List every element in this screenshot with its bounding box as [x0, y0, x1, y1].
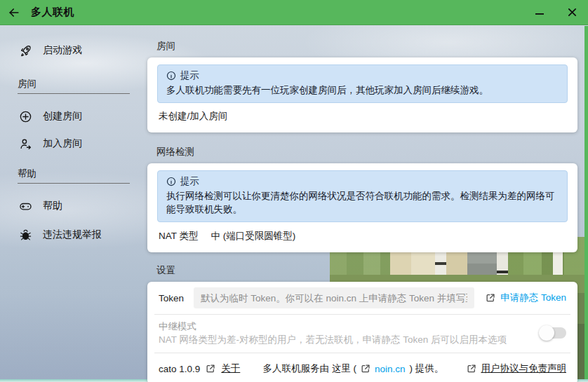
add-circle-icon — [19, 110, 32, 123]
footer-row: cato 1.0.9 关于 多人联机服务由 这里 ( noin.cn ) 提供。 — [147, 353, 577, 382]
apply-static-token-label: 申请静态 Token — [500, 292, 566, 304]
external-link-icon — [361, 364, 370, 374]
noin-link[interactable]: noin.cn — [375, 364, 406, 374]
sidebar-section-room: 房间 — [18, 78, 130, 94]
apply-static-token-link[interactable]: 申请静态 Token — [486, 292, 566, 304]
minimize-icon — [534, 7, 545, 18]
external-link-icon — [206, 364, 215, 374]
section-heading-settings: 设置 — [156, 264, 577, 277]
relay-toggle-knob — [539, 325, 554, 341]
close-button[interactable] — [556, 0, 588, 25]
tip-body: 执行网络检测可以让你更清楚你的网络状况是否符合联机功能的需求。检测结果为差的网络… — [166, 189, 559, 216]
tip-body: 多人联机功能需要先有一位玩家创建房间后，其他玩家加入房间后继续游戏。 — [166, 83, 559, 97]
nat-type-value: 中 (端口受限圆锥型) — [211, 230, 296, 243]
sidebar-item-report[interactable]: 违法违规举报 — [0, 224, 144, 245]
sidebar-section-help: 帮助 — [18, 168, 130, 184]
sidebar: 启动游戏 房间 创建房间 加入房间 帮助 帮助 — [0, 25, 144, 245]
token-row: Token 申请静态 Token — [147, 282, 577, 314]
relay-mode-title: 中继模式 — [159, 320, 531, 333]
network-card: 提示 执行网络检测可以让你更清楚你的网络状况是否符合联机功能的需求。检测结果为差… — [147, 163, 577, 252]
sidebar-item-label: 创建房间 — [43, 110, 82, 123]
sidebar-item-launch-game[interactable]: 启动游戏 — [0, 40, 144, 61]
network-tip-box: 提示 执行网络检测可以让你更清楚你的网络状况是否符合联机功能的需求。检测结果为差… — [157, 170, 568, 222]
gamepad-icon — [19, 200, 32, 213]
sidebar-item-create-room[interactable]: 创建房间 — [0, 106, 144, 127]
arrow-left-icon — [7, 6, 21, 20]
sidebar-section-divider — [18, 183, 130, 184]
close-icon — [567, 7, 577, 18]
tip-title: 提示 — [180, 175, 199, 188]
sidebar-item-help[interactable]: 帮助 — [0, 196, 144, 217]
window-title: 多人联机 — [31, 6, 74, 19]
token-label: Token — [159, 293, 184, 303]
info-icon — [166, 71, 176, 81]
agreement-link[interactable]: 用户协议与免责声明 — [481, 362, 567, 375]
sidebar-item-label: 帮助 — [43, 200, 62, 212]
vertical-scrollbar[interactable] — [584, 26, 588, 379]
external-link-icon — [467, 364, 476, 374]
about-link[interactable]: 关于 — [221, 362, 240, 375]
service-text-prefix: 多人联机服务由 这里 ( — [263, 362, 357, 375]
sidebar-section-label: 帮助 — [18, 168, 130, 183]
back-button[interactable] — [0, 0, 28, 25]
section-heading-room: 房间 — [156, 40, 577, 53]
service-text-suffix: ) 提供。 — [410, 362, 444, 375]
minimize-button[interactable] — [523, 0, 556, 25]
relay-mode-row: 中继模式 NAT 网络类型为差-对称型的用户，若无法联机，申请静态 Token … — [147, 315, 577, 353]
nat-type-label: NAT 类型 — [159, 230, 199, 243]
tip-title: 提示 — [180, 69, 199, 82]
sidebar-section-label: 房间 — [18, 78, 130, 93]
settings-card: Token 申请静态 Token 中继模式 NAT 网络类型为差-对称型的用户，… — [147, 282, 577, 382]
service-provider-text: 多人联机服务由 这里 ( noin.cn ) 提供。 — [240, 362, 466, 375]
version-text: cato 1.0.9 — [159, 364, 200, 374]
room-card: 提示 多人联机功能需要先有一位玩家创建房间后，其他玩家加入房间后继续游戏。 未创… — [147, 57, 577, 132]
main-content: 房间 提示 多人联机功能需要先有一位玩家创建房间后，其他玩家加入房间后继续游戏。… — [147, 25, 577, 382]
section-heading-network: 网络检测 — [156, 146, 577, 158]
sidebar-item-label: 启动游戏 — [43, 44, 82, 57]
external-link-icon — [486, 293, 495, 303]
sidebar-item-label: 加入房间 — [43, 137, 82, 150]
multiplayer-window: 多人联机 启动游戏 房间 创 — [0, 0, 588, 382]
relay-mode-description: NAT 网络类型为差-对称型的用户，若无法联机，申请静态 Token 后可以启用… — [159, 333, 531, 346]
sidebar-item-join-room[interactable]: 加入房间 — [0, 133, 144, 154]
room-tip-box: 提示 多人联机功能需要先有一位玩家创建房间后，其他玩家加入房间后继续游戏。 — [157, 64, 568, 103]
relay-toggle[interactable] — [541, 327, 566, 339]
info-icon — [166, 177, 176, 186]
sidebar-item-label: 违法违规举报 — [43, 228, 102, 241]
person-join-icon — [19, 137, 32, 151]
bug-icon — [19, 228, 32, 242]
nat-type-row: NAT 类型 中 (端口受限圆锥型) — [159, 230, 566, 243]
titlebar: 多人联机 — [0, 0, 588, 25]
room-status-text: 未创建/加入房间 — [159, 110, 566, 123]
sidebar-section-divider — [18, 93, 130, 94]
token-input[interactable] — [194, 287, 474, 308]
rocket-icon — [19, 44, 32, 57]
